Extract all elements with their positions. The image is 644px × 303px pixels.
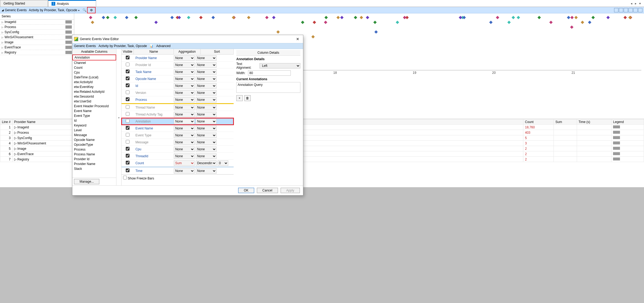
width-input[interactable]: [248, 70, 291, 76]
aggregation-select[interactable]: None: [174, 154, 195, 159]
available-column-item[interactable]: Channel: [72, 60, 116, 65]
available-column-item[interactable]: Count: [72, 65, 116, 70]
layout-chart-table-icon[interactable]: [614, 8, 618, 12]
aggregation-select[interactable]: None: [174, 112, 195, 117]
view-preset-dropdown[interactable]: Activity by Provider, Task, Opcode: [29, 8, 80, 12]
maximize-icon[interactable]: [633, 8, 638, 12]
visible-checkbox[interactable]: [126, 161, 129, 164]
annotation-query-input[interactable]: Annotation Query: [236, 82, 300, 93]
column-row[interactable]: ProcessNoneNone: [121, 96, 234, 103]
search-icon[interactable]: 🔍: [82, 7, 87, 13]
text-alignment-select[interactable]: Left: [260, 63, 300, 68]
series-row[interactable]: ▷Process: [0, 25, 74, 30]
visible-checkbox[interactable]: [126, 76, 129, 80]
series-row[interactable]: ▷Registry: [0, 50, 74, 55]
aggregation-select[interactable]: None: [174, 69, 195, 75]
series-row[interactable]: ▷EventTrace: [0, 45, 74, 50]
aggregation-select[interactable]: None: [174, 168, 195, 174]
grid-header[interactable]: Line #: [0, 119, 13, 125]
aggregation-select[interactable]: None: [174, 90, 195, 95]
sort-select[interactable]: None: [196, 154, 217, 159]
grid-header[interactable]: Sum: [554, 119, 577, 125]
advanced-link[interactable]: Advanced: [156, 44, 170, 48]
sort-select[interactable]: None: [196, 76, 217, 82]
cancel-button[interactable]: Cancel: [257, 188, 278, 193]
tab-getting-started[interactable]: Getting Started: [0, 0, 48, 7]
column-row[interactable]: ThreadIdNoneNone: [121, 153, 234, 160]
grid-header[interactable]: Legend: [611, 119, 644, 125]
available-column-item[interactable]: Stack: [72, 166, 116, 171]
available-column-item[interactable]: Level: [72, 128, 116, 133]
available-column-item[interactable]: etw:EventKey: [72, 85, 116, 89]
series-row[interactable]: ▷Image: [0, 40, 74, 45]
layout-chart-icon[interactable]: [619, 8, 623, 12]
sort-select[interactable]: None: [196, 168, 217, 174]
visible-checkbox[interactable]: [126, 112, 129, 116]
sort-select[interactable]: None: [196, 140, 217, 145]
column-row[interactable]: MessageNoneNone: [121, 139, 234, 146]
chevron-left-icon[interactable]: ◂: [630, 2, 633, 5]
aggregation-select[interactable]: None: [174, 83, 195, 89]
aggregation-select[interactable]: None: [174, 140, 195, 145]
sort-select[interactable]: None: [196, 69, 217, 75]
grid-header[interactable]: Time (s): [577, 119, 611, 125]
available-column-item[interactable]: Opcode Name: [72, 137, 116, 142]
column-row[interactable]: CpuNoneNone: [121, 146, 234, 153]
expand-available-icon[interactable]: ⌄: [116, 49, 121, 185]
column-row[interactable]: Event TypeNoneNone: [121, 132, 234, 139]
column-row[interactable]: Event NameNoneNone: [121, 125, 234, 132]
available-column-item[interactable]: etw:UserSid: [72, 99, 116, 104]
sort-extra-select[interactable]: 0: [218, 160, 228, 166]
series-row[interactable]: ▷SysConfig: [0, 30, 74, 35]
visible-checkbox[interactable]: [126, 140, 129, 144]
column-row[interactable]: VersionNoneNone: [121, 89, 234, 96]
sort-select[interactable]: Descending: [196, 160, 217, 166]
gear-icon[interactable]: ⚙: [89, 7, 94, 13]
column-row[interactable]: Provider NameNoneNone: [121, 55, 234, 62]
collapse-icon[interactable]: ◢: [2, 9, 4, 11]
aggregation-select[interactable]: None: [174, 97, 195, 102]
available-column-item[interactable]: Provider Id: [72, 157, 116, 162]
available-column-item[interactable]: Event Header ProcessId: [72, 104, 116, 109]
aggregation-select[interactable]: None: [174, 55, 195, 61]
column-row[interactable]: AnnotationNoneNone: [121, 118, 234, 125]
sort-select[interactable]: None: [196, 55, 217, 61]
column-row[interactable]: Thread NameNoneNone: [121, 104, 234, 111]
visible-checkbox[interactable]: [126, 133, 129, 137]
available-column-item[interactable]: Keyword: [72, 123, 116, 128]
visible-checkbox[interactable]: [126, 70, 129, 73]
column-row[interactable]: CountSumDescending0: [121, 160, 234, 167]
aggregation-select[interactable]: Sum: [174, 160, 195, 166]
add-annotation-button[interactable]: +: [236, 95, 243, 101]
available-column-item[interactable]: etw:ActivityId: [72, 80, 116, 85]
visible-checkbox[interactable]: [126, 90, 129, 94]
column-row[interactable]: Opcode NameNoneNone: [121, 75, 234, 82]
column-row[interactable]: TimeNoneNone: [121, 167, 234, 174]
aggregation-select[interactable]: None: [174, 105, 195, 110]
aggregation-select[interactable]: None: [174, 133, 195, 138]
visible-checkbox[interactable]: [126, 147, 129, 151]
chevron-right-icon[interactable]: ▸: [634, 2, 638, 5]
available-column-item[interactable]: Event Name: [72, 109, 116, 113]
available-column-item[interactable]: Cpu: [72, 70, 116, 75]
sort-select[interactable]: None: [196, 147, 217, 152]
grid-header[interactable]: Count: [523, 119, 554, 125]
aggregation-select[interactable]: None: [174, 62, 195, 68]
sort-select[interactable]: None: [196, 119, 217, 124]
layout-table-icon[interactable]: [624, 8, 628, 12]
minimize-icon[interactable]: [629, 8, 633, 12]
sort-select[interactable]: None: [196, 62, 217, 68]
available-column-item[interactable]: etw:Related ActivityId: [72, 89, 116, 94]
available-column-item[interactable]: Event Type: [72, 113, 116, 118]
aggregation-select[interactable]: None: [174, 76, 195, 82]
available-column-item[interactable]: Message: [72, 133, 116, 137]
available-column-item[interactable]: Annotation: [72, 55, 116, 60]
apply-button[interactable]: Apply: [281, 188, 300, 193]
sort-select[interactable]: None: [196, 133, 217, 138]
column-row[interactable]: Provider IdNoneNone: [121, 62, 234, 68]
available-column-item[interactable]: Process: [72, 147, 116, 152]
visible-checkbox[interactable]: [126, 168, 129, 172]
sort-select[interactable]: None: [196, 90, 217, 95]
visible-checkbox[interactable]: [126, 126, 129, 130]
series-row[interactable]: ▷ImageId: [0, 20, 74, 25]
